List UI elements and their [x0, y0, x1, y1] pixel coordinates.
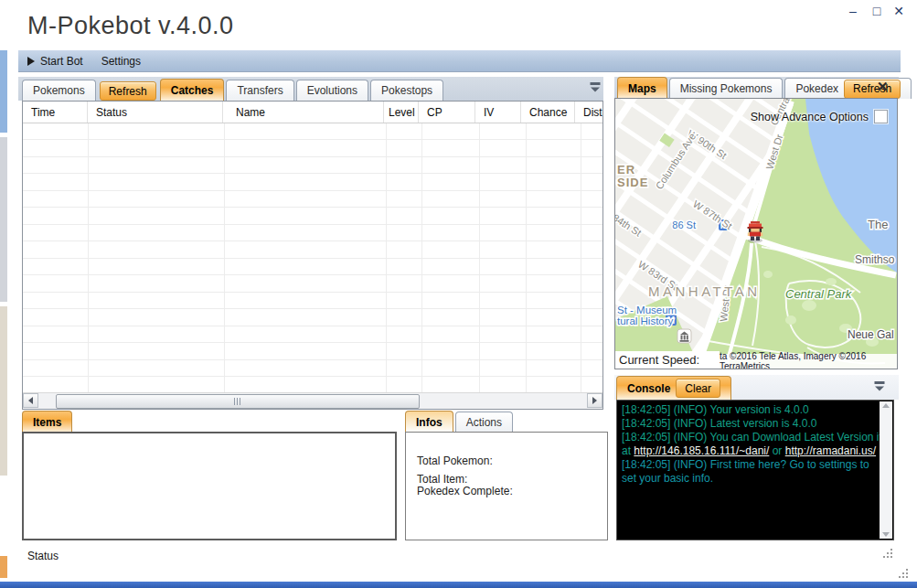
- refresh-label: Refresh: [109, 85, 147, 98]
- dock-options-icon[interactable]: [590, 82, 601, 92]
- show-advance-options: Show Advance Options: [751, 110, 888, 123]
- pokemons-refresh-button[interactable]: Refresh: [100, 81, 156, 101]
- arrow-down-icon: [882, 532, 890, 537]
- col-divider: [479, 123, 480, 393]
- col-distance[interactable]: Distance: [575, 102, 602, 123]
- tab-items-label: Items: [33, 416, 61, 429]
- status-label: Status: [27, 550, 59, 562]
- settings-button[interactable]: Settings: [92, 50, 150, 71]
- col-divider: [88, 123, 89, 393]
- pokedex-complete-label: Pokedex Complete:: [417, 485, 513, 497]
- tab-infos-label: Infos: [416, 416, 443, 429]
- console-line: [18:42:05] (INFO) First time here? Go to…: [622, 458, 889, 472]
- col-divider: [421, 123, 422, 393]
- tab-evolutions[interactable]: Evolutions: [296, 80, 368, 101]
- map-view[interactable]: M M W: [614, 98, 898, 369]
- download-link-1[interactable]: http://146.185.16.111/~dani/: [634, 444, 769, 457]
- col-time[interactable]: Time: [23, 102, 88, 123]
- museum-poi-icon: [677, 329, 691, 343]
- console-dock-options-icon[interactable]: [874, 381, 885, 391]
- poi-label: Neue Gal: [848, 328, 894, 341]
- poi-label: The: [868, 218, 888, 231]
- left-tabstrip: Pokemons Refresh Catches Transfers Evolu…: [22, 79, 445, 101]
- col-level[interactable]: Level: [384, 102, 419, 123]
- total-item-label: Total Item:: [417, 473, 467, 486]
- settings-label: Settings: [101, 55, 141, 68]
- table-header[interactable]: Time Status Name Level CP IV Chance Dist…: [23, 102, 602, 123]
- taskbar-edge: [0, 582, 917, 588]
- tab-pokedex[interactable]: Pokedex Refresh: [784, 78, 912, 99]
- scroll-right-button[interactable]: [587, 393, 602, 408]
- download-link-2[interactable]: http://ramadani.us/: [785, 444, 876, 457]
- items-panel[interactable]: [22, 432, 397, 540]
- advance-options-checkbox[interactable]: [874, 110, 888, 123]
- console-line: set your basic info.: [622, 472, 889, 486]
- console-scrollbar[interactable]: [880, 401, 892, 539]
- tab-pokedex-label: Pokedex: [795, 82, 838, 95]
- catches-table[interactable]: Time Status Name Level CP IV Chance Dist…: [22, 101, 603, 410]
- tab-maps[interactable]: Maps: [617, 77, 667, 99]
- tab-infos[interactable]: Infos: [405, 411, 453, 433]
- tab-actions-label: Actions: [466, 416, 502, 429]
- tab-pokemons-label: Pokemons: [33, 84, 85, 97]
- console-clear-button[interactable]: Clear: [676, 379, 720, 398]
- table-body[interactable]: [23, 123, 602, 393]
- maximize-button[interactable]: □: [867, 2, 887, 20]
- col-status[interactable]: Status: [88, 102, 223, 123]
- console-line: at http://146.185.16.111/~dani/ or http:…: [622, 444, 889, 458]
- col-chance[interactable]: Chance: [521, 102, 575, 123]
- play-icon: [27, 57, 35, 66]
- horizontal-scrollbar[interactable]: [23, 392, 602, 409]
- start-bot-label: Start Bot: [40, 55, 83, 68]
- col-divider: [526, 123, 527, 393]
- col-name[interactable]: Name: [223, 102, 384, 123]
- tab-missing-label: Missing Pokemons: [680, 82, 773, 95]
- tab-catches[interactable]: Catches: [160, 79, 225, 101]
- background-artifact: [0, 50, 7, 133]
- manhattan-label: MANHATTAN: [648, 283, 761, 299]
- background-artifact: [0, 556, 7, 578]
- arrow-up-icon: [882, 403, 890, 408]
- console-line: [18:42:05] (INFO) Latest version is 4.0.…: [622, 417, 889, 431]
- close-panel-icon[interactable]: ✕: [877, 79, 889, 95]
- tab-console[interactable]: Console Clear: [616, 376, 731, 400]
- background-artifact: [0, 306, 7, 476]
- tab-evolutions-label: Evolutions: [307, 84, 357, 97]
- tab-transfers[interactable]: Transfers: [226, 80, 293, 101]
- tab-actions[interactable]: Actions: [455, 412, 513, 433]
- start-bot-button[interactable]: Start Bot: [18, 50, 92, 71]
- minimize-button[interactable]: –: [843, 2, 863, 20]
- col-divider: [386, 123, 387, 393]
- tab-missing-pokemons[interactable]: Missing Pokemons: [669, 78, 784, 99]
- map-canvas: M M W: [615, 99, 897, 369]
- col-iv[interactable]: IV: [475, 102, 521, 123]
- scrollbar-thumb[interactable]: [56, 394, 420, 409]
- map-attribution: ta ©2016 Tele Atlas, Imagery ©2016 Terra…: [720, 354, 897, 369]
- station-label: 86 St: [672, 219, 696, 230]
- arrow-left-icon: [28, 397, 33, 404]
- region-label: ER: [617, 163, 635, 176]
- trainer-sprite: [748, 221, 763, 243]
- region-label: SIDE: [617, 176, 648, 189]
- current-speed-label: Current Speed:: [615, 351, 720, 369]
- station-label: St - Museum: [617, 305, 677, 315]
- show-advance-label: Show Advance Options: [751, 111, 869, 123]
- tab-transfers-label: Transfers: [237, 84, 283, 97]
- pokedex-refresh-button[interactable]: Refresh: [844, 80, 901, 99]
- tab-catches-label: Catches: [171, 84, 214, 97]
- central-park-label: Central Park: [785, 287, 853, 301]
- tab-pokestops[interactable]: Pokestops: [370, 80, 443, 101]
- items-tabstrip: Items: [22, 411, 74, 433]
- console-tabstrip: Console Clear: [616, 376, 733, 400]
- window-resize-grip-icon[interactable]: [899, 569, 910, 580]
- close-button[interactable]: ✕: [889, 2, 909, 20]
- resize-grip-icon[interactable]: [883, 549, 894, 560]
- background-artifact: [0, 137, 7, 302]
- tab-items[interactable]: Items: [22, 411, 72, 433]
- infos-panel: Total Pokemon: Total Item: Pokedex Compl…: [405, 432, 608, 540]
- col-divider: [581, 123, 581, 393]
- tab-pokemons[interactable]: Pokemons: [22, 80, 96, 101]
- col-cp[interactable]: CP: [419, 102, 475, 123]
- scroll-left-button[interactable]: [23, 393, 38, 408]
- arrow-right-icon: [592, 397, 597, 404]
